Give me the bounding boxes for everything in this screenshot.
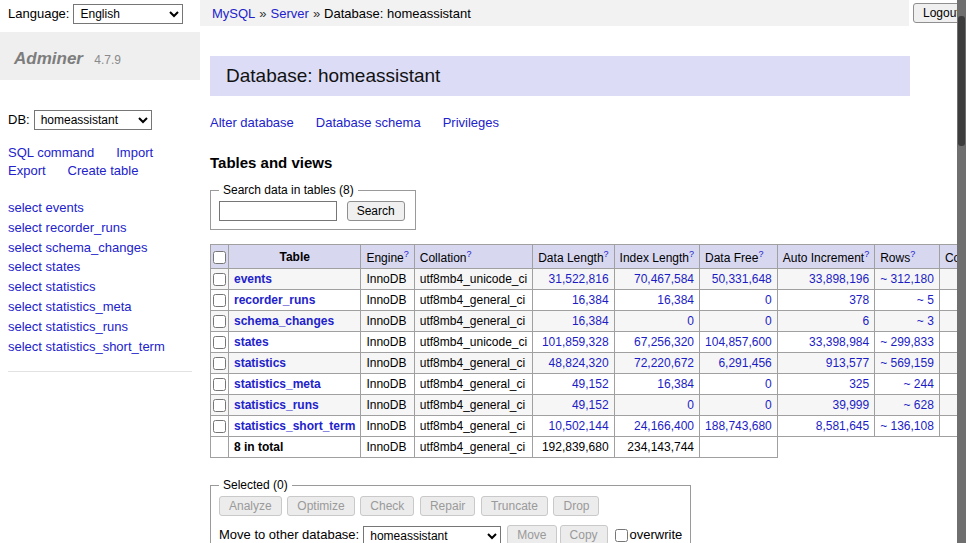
- sidebar-table-list: select events select recorder_runs selec…: [8, 198, 192, 372]
- sort-rows-link[interactable]: Rows: [880, 251, 910, 265]
- table-name-link[interactable]: recorder_runs: [234, 293, 315, 307]
- sort-engine-link[interactable]: Engine: [366, 251, 403, 265]
- table-name-cell: recorder_runs: [229, 290, 361, 311]
- adminer-page: Language:English MySQL»Server»Database: …: [0, 0, 966, 543]
- data-length-cell: 49,152: [533, 374, 614, 395]
- collation-cell: utf8mb4_unicode_ci: [414, 269, 532, 290]
- table-name-link[interactable]: statistics: [234, 356, 286, 370]
- check-button[interactable]: Check: [360, 496, 414, 516]
- analyze-button[interactable]: Analyze: [219, 496, 282, 516]
- table-row: statistics_short_term InnoDB utf8mb4_gen…: [211, 416, 966, 437]
- move-button[interactable]: Move: [507, 525, 556, 543]
- sidebar-item-select-statistics[interactable]: select statistics: [8, 278, 192, 298]
- data-free-cell: 104,857,600: [700, 332, 778, 353]
- overwrite-label: overwrite: [630, 527, 683, 542]
- row-checkbox-cell: [211, 395, 229, 416]
- engine-cell: InnoDB: [361, 416, 414, 437]
- sort-data-length-link[interactable]: Data Length: [538, 251, 603, 265]
- sidebar-item-select-states[interactable]: select states: [8, 258, 192, 278]
- engine-cell: InnoDB: [361, 353, 414, 374]
- header-checkbox-cell: [211, 245, 229, 269]
- sidebar-item-select-statistics-runs[interactable]: select statistics_runs: [8, 317, 192, 337]
- table-name-link[interactable]: statistics_runs: [234, 398, 319, 412]
- data-length-cell: 48,824,320: [533, 353, 614, 374]
- copy-button[interactable]: Copy: [560, 525, 608, 543]
- language-select[interactable]: English: [73, 4, 183, 24]
- collation-cell: utf8mb4_general_ci: [414, 311, 532, 332]
- total-data-length: 192,839,680: [533, 437, 614, 458]
- privileges-link[interactable]: Privileges: [443, 115, 499, 130]
- data-free-cell: 50,331,648: [700, 269, 778, 290]
- row-checkbox-cell: [211, 374, 229, 395]
- row-checkbox[interactable]: [213, 399, 226, 412]
- table-name-cell: statistics_runs: [229, 395, 361, 416]
- help-icon[interactable]: ?: [404, 249, 409, 259]
- export-link[interactable]: Export: [8, 163, 46, 178]
- sort-collation-link[interactable]: Collation: [420, 251, 467, 265]
- search-input[interactable]: [219, 201, 337, 221]
- row-checkbox[interactable]: [213, 336, 226, 349]
- sidebar-item-select-statistics-short-term[interactable]: select statistics_short_term: [8, 337, 192, 357]
- drop-button[interactable]: Drop: [553, 496, 599, 516]
- scrollbar-thumb[interactable]: [958, 16, 965, 146]
- repair-button[interactable]: Repair: [420, 496, 475, 516]
- auto-increment-cell: 6: [777, 311, 874, 332]
- breadcrumb-current-page: Database: homeassistant: [324, 6, 471, 21]
- help-icon[interactable]: ?: [864, 249, 869, 259]
- help-icon[interactable]: ?: [604, 249, 609, 259]
- sort-table-link[interactable]: Table: [279, 250, 309, 264]
- table-name-link[interactable]: statistics_short_term: [234, 419, 355, 433]
- breadcrumb-server-link[interactable]: Server: [271, 6, 309, 21]
- select-all-checkbox[interactable]: [213, 251, 226, 264]
- sort-data-free-link[interactable]: Data Free: [705, 251, 758, 265]
- data-free-cell: 6,291,456: [700, 353, 778, 374]
- overwrite-checkbox[interactable]: [615, 529, 628, 542]
- selected-fieldset: Selected (0) Analyze Optimize Check Repa…: [210, 478, 691, 543]
- sidebar-item-select-statistics-meta[interactable]: select statistics_meta: [8, 298, 192, 318]
- row-checkbox[interactable]: [213, 420, 226, 433]
- optimize-button[interactable]: Optimize: [287, 496, 354, 516]
- auto-increment-cell: 33,898,196: [777, 269, 874, 290]
- sidebar-item-select-recorder-runs[interactable]: select recorder_runs: [8, 218, 192, 238]
- column-header-index-length: Index Length?: [614, 245, 699, 269]
- row-checkbox[interactable]: [213, 378, 226, 391]
- help-icon[interactable]: ?: [466, 249, 471, 259]
- help-icon[interactable]: ?: [910, 249, 915, 259]
- truncate-button[interactable]: Truncate: [481, 496, 548, 516]
- collation-cell: utf8mb4_general_ci: [414, 353, 532, 374]
- sidebar-item-select-schema-changes[interactable]: select schema_changes: [8, 238, 192, 258]
- sql-command-link[interactable]: SQL command: [8, 145, 94, 160]
- vertical-scrollbar[interactable]: [957, 0, 966, 543]
- data-length-cell: 49,152: [533, 395, 614, 416]
- create-table-link-sidebar[interactable]: Create table: [68, 163, 139, 178]
- table-name-link[interactable]: statistics_meta: [234, 377, 321, 391]
- index-length-cell: 0: [614, 311, 699, 332]
- table-name-link[interactable]: states: [234, 335, 269, 349]
- help-icon[interactable]: ?: [689, 249, 694, 259]
- table-name-link[interactable]: schema_changes: [234, 314, 334, 328]
- help-icon[interactable]: ?: [758, 249, 763, 259]
- search-button[interactable]: Search: [347, 201, 405, 221]
- sort-auto-increment-link[interactable]: Auto Increment: [783, 251, 864, 265]
- sidebar-item-select-events[interactable]: select events: [8, 198, 192, 218]
- row-checkbox[interactable]: [213, 315, 226, 328]
- table-name-link[interactable]: events: [234, 272, 272, 286]
- move-database-select[interactable]: homeassistant: [363, 526, 501, 543]
- sort-index-length-link[interactable]: Index Length: [620, 251, 689, 265]
- row-checkbox[interactable]: [213, 273, 226, 286]
- column-header-rows: Rows?: [875, 245, 940, 269]
- rows-count-cell: ~ 312,180: [875, 269, 940, 290]
- import-link[interactable]: Import: [116, 145, 153, 160]
- row-checkbox[interactable]: [213, 357, 226, 370]
- alter-database-link[interactable]: Alter database: [210, 115, 294, 130]
- index-length-cell: 72,220,672: [614, 353, 699, 374]
- database-schema-link[interactable]: Database schema: [316, 115, 421, 130]
- row-checkbox[interactable]: [213, 294, 226, 307]
- row-checkbox-cell: [211, 290, 229, 311]
- engine-cell: InnoDB: [361, 290, 414, 311]
- search-fieldset: Search data in tables (8) Search: [210, 183, 416, 230]
- auto-increment-cell: 325: [777, 374, 874, 395]
- breadcrumb-mysql-link[interactable]: MySQL: [212, 6, 255, 21]
- collation-cell: utf8mb4_general_ci: [414, 416, 532, 437]
- db-select[interactable]: homeassistant: [34, 110, 152, 130]
